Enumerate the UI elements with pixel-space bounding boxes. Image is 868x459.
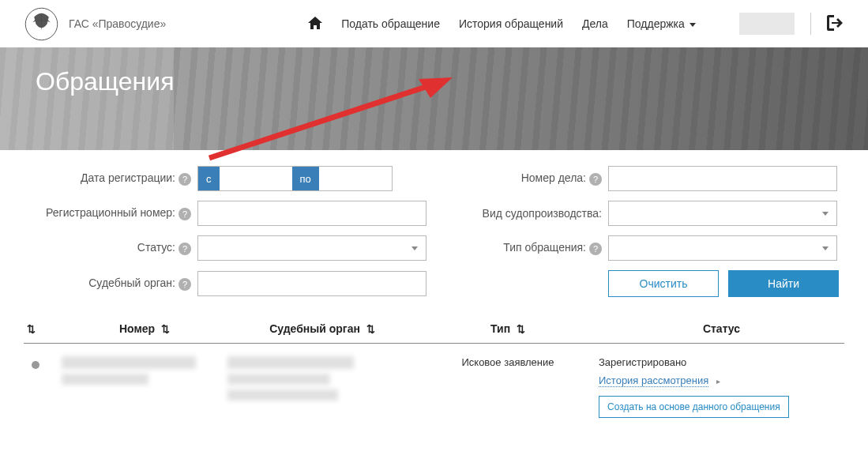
case-num-label: Номер дела:? <box>450 171 608 185</box>
main-nav: Подать обращение История обращений Дела … <box>308 17 696 32</box>
reg-num-label: Регистрационный номер:? <box>24 206 197 220</box>
nav-support[interactable]: Поддержка <box>627 17 696 30</box>
date-from-input[interactable] <box>220 167 292 190</box>
cell-court <box>227 356 417 418</box>
help-icon[interactable]: ? <box>178 208 191 220</box>
help-icon[interactable]: ? <box>589 173 602 186</box>
th-type[interactable]: Тип ⇅ <box>417 322 599 335</box>
results-table: ⇅ Номер ⇅ Судебный орган ⇅ Тип ⇅ Статус … <box>0 314 868 454</box>
logout-icon <box>827 15 844 31</box>
help-icon[interactable]: ? <box>178 243 191 255</box>
reg-num-input[interactable] <box>197 201 426 226</box>
case-num-input[interactable] <box>608 166 837 191</box>
table-header: ⇅ Номер ⇅ Судебный орган ⇅ Тип ⇅ Статус <box>24 314 844 344</box>
top-header: ГАС «Правосудие» Подать обращение Истори… <box>0 0 868 47</box>
filters-panel: Дата регистрации:? с по Номер дела:? Рег… <box>0 150 868 314</box>
find-button[interactable]: Найти <box>728 270 839 297</box>
th-court[interactable]: Судебный орган ⇅ <box>227 322 417 335</box>
help-icon[interactable]: ? <box>589 243 602 255</box>
home-icon <box>308 17 322 29</box>
appeal-type-select[interactable] <box>608 235 837 261</box>
cell-type: Исковое заявление <box>417 356 599 418</box>
nav-cases[interactable]: Дела <box>582 17 608 30</box>
proc-type-label: Вид судопроизводства: <box>450 207 608 220</box>
th-status: Статус <box>599 322 844 335</box>
chevron-right-icon: ▸ <box>716 377 720 386</box>
court-label: Судебный орган:? <box>24 277 197 290</box>
emblem-icon <box>24 6 59 42</box>
date-from-tag: с <box>198 167 220 190</box>
reg-date-label: Дата регистрации:? <box>24 171 197 185</box>
help-icon[interactable]: ? <box>178 278 191 291</box>
proc-type-select[interactable] <box>608 201 837 226</box>
reg-date-range: с по <box>197 166 393 191</box>
th-number[interactable]: Номер ⇅ <box>62 322 227 335</box>
user-name-placeholder <box>739 13 795 35</box>
status-text: Зарегистрировано <box>599 356 844 368</box>
header-right <box>739 13 844 35</box>
create-from-button[interactable]: Создать на основе данного обращения <box>599 396 789 418</box>
nav-submit[interactable]: Подать обращение <box>341 17 440 30</box>
table-row: Исковое заявление Зарегистрировано Истор… <box>24 344 844 431</box>
logo-area: ГАС «Правосудие» <box>24 6 166 42</box>
court-input[interactable] <box>197 271 426 296</box>
clear-button[interactable]: Очистить <box>608 270 719 297</box>
help-icon[interactable]: ? <box>178 173 191 186</box>
page-title: Обращения <box>36 67 174 96</box>
th-sort[interactable]: ⇅ <box>24 322 62 335</box>
history-link[interactable]: История рассмотрения <box>599 374 708 387</box>
nav-home[interactable] <box>308 17 322 32</box>
site-title: ГАС «Правосудие» <box>69 17 166 30</box>
cell-status: Зарегистрировано История рассмотрения ▸ … <box>599 356 844 418</box>
divider <box>810 13 811 35</box>
appeal-type-label: Тип обращения:? <box>450 241 608 254</box>
status-label: Статус:? <box>24 241 197 254</box>
nav-history[interactable]: История обращений <box>459 17 563 30</box>
date-to-tag: по <box>292 167 319 190</box>
date-to-input[interactable] <box>319 167 392 190</box>
banner: Обращения <box>0 47 868 150</box>
status-select[interactable] <box>197 235 426 261</box>
status-dot-icon <box>32 361 39 369</box>
logout-button[interactable] <box>827 15 844 33</box>
cell-number <box>62 356 227 418</box>
